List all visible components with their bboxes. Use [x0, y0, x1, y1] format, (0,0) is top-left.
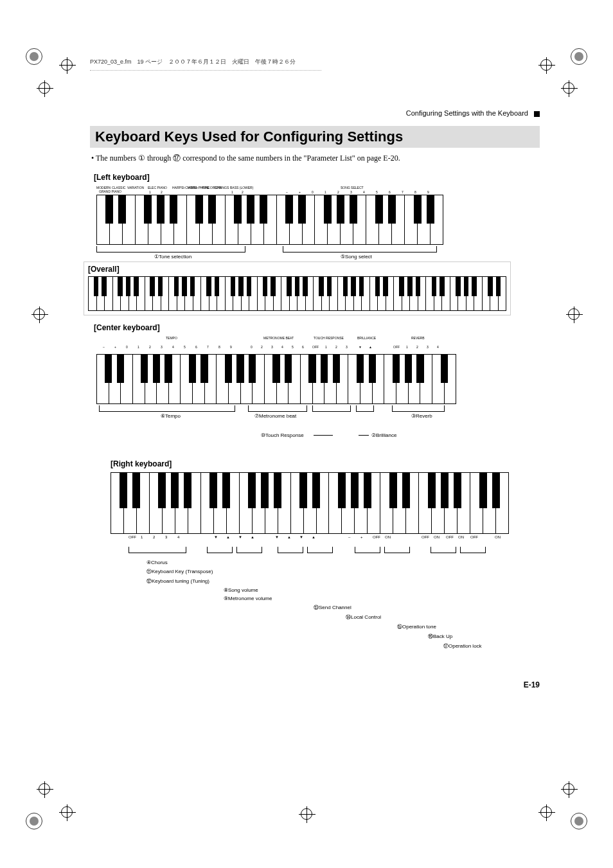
- under-label: OFF: [373, 535, 380, 539]
- lbl: 4: [281, 345, 283, 349]
- under-label: ▼: [299, 535, 303, 539]
- under-label: 3: [165, 535, 167, 539]
- under-label: ▲: [226, 535, 230, 539]
- lbl: ELEC PIANO: [148, 186, 167, 190]
- lbl: 1: [149, 190, 151, 194]
- lbl: 3: [346, 345, 348, 349]
- lbl: VARIATION: [127, 186, 144, 190]
- lbl: GRAND PIANO: [99, 190, 121, 193]
- lbl: TOUCH RESPONSE: [314, 336, 344, 340]
- center-keyboard: [96, 354, 456, 404]
- lbl: 8: [218, 345, 220, 349]
- lbl: REVERB: [411, 336, 425, 340]
- callout: ⑫Keyboard tuning (Tuning): [147, 578, 209, 584]
- lbl: 7: [402, 190, 404, 194]
- lbl: 2: [337, 190, 339, 194]
- intro-bullet: • The numbers ① through ⑰ correspond to …: [90, 153, 540, 164]
- lbl: ▲: [369, 345, 372, 349]
- lbl: +: [299, 190, 301, 194]
- section-left: [Left keyboard]: [94, 173, 540, 182]
- lbl: –: [103, 345, 105, 349]
- callout: ⑩Touch Response: [261, 432, 304, 438]
- right-keyboard: [111, 472, 509, 534]
- lbl: 2: [261, 345, 263, 349]
- callout: ④Chorus: [147, 560, 168, 565]
- lbl: +: [114, 345, 116, 349]
- lbl: 3: [161, 345, 163, 349]
- lbl: OFF: [393, 345, 400, 349]
- lbl: BRILLIANCE: [357, 336, 376, 340]
- lbl: 8: [414, 190, 416, 194]
- callout: ⑰Operation lock: [443, 643, 482, 649]
- callout: ⑧Song volume: [224, 587, 258, 593]
- lbl: 9: [230, 345, 232, 349]
- under-label: ON: [434, 535, 440, 539]
- under-label: ▲: [251, 535, 254, 539]
- fm-header: PX720_03_e.fm 19 ページ ２００７年６月１２日 火曜日 午後７時…: [90, 58, 321, 71]
- callout: ⑪Keyboard Key (Transpose): [147, 569, 213, 574]
- callout: ⑥Tempo: [161, 413, 181, 419]
- lbl: METRONOME BEAT: [263, 336, 294, 340]
- callout: ①Tone selection: [154, 254, 191, 260]
- lbl: 6: [195, 345, 197, 349]
- lbl: 2: [242, 190, 244, 194]
- under-label: +: [360, 535, 363, 539]
- under-label: ▲: [287, 535, 291, 539]
- callout: ⑮Operation tone: [397, 624, 436, 630]
- under-label: OFF: [446, 535, 454, 539]
- left-keyboard: [96, 195, 443, 245]
- under-label: OFF: [129, 535, 136, 539]
- lbl: 2: [416, 345, 418, 349]
- callout: ③Reverb: [411, 413, 432, 419]
- lbl: 5: [292, 345, 294, 349]
- lbl: –: [286, 190, 288, 194]
- under-label: OFF: [470, 535, 478, 539]
- callout: ⑦Metronome beat: [254, 413, 296, 419]
- lbl: TEMPO: [166, 336, 177, 340]
- callout: ⑤Song select: [341, 254, 372, 260]
- lbl: BASS (LOWER): [230, 186, 253, 190]
- callout: ⑭Local Control: [346, 614, 381, 620]
- lbl: 0: [251, 345, 253, 349]
- lbl: 1: [138, 345, 139, 349]
- callout: ⑨Metronome volume: [224, 596, 272, 601]
- callout: ⑬Send Channel: [314, 605, 351, 610]
- under-label: ▼: [275, 535, 279, 539]
- lbl: 0: [126, 345, 128, 349]
- under-label: –: [348, 535, 350, 539]
- lbl: ▼: [359, 345, 362, 349]
- lbl: MODERN: [96, 186, 111, 190]
- under-label: ▼: [238, 535, 242, 539]
- lbl: 3: [427, 345, 429, 349]
- under-label: ON: [458, 535, 464, 539]
- lbl: 4: [172, 345, 174, 349]
- lbl: 2: [149, 345, 151, 349]
- callout: ⑯Back Up: [428, 633, 452, 639]
- section-overall: [Overall]: [88, 265, 506, 274]
- under-label: ▲: [312, 535, 315, 539]
- lbl: 2: [335, 345, 337, 349]
- lbl: 6: [302, 345, 304, 349]
- lbl: 1: [406, 345, 408, 349]
- lbl: 9: [427, 190, 429, 194]
- overall-keyboard: [88, 276, 506, 311]
- lbl: 4: [437, 345, 439, 349]
- lbl: STRINGS: [215, 186, 229, 190]
- running-header: Configuring Settings with the Keyboard: [406, 109, 528, 117]
- page-number: E-19: [524, 680, 540, 689]
- under-label: ON: [495, 535, 501, 539]
- under-label: ▼: [214, 535, 218, 539]
- lbl: 5: [376, 190, 378, 194]
- lbl: 0: [312, 190, 314, 194]
- lbl: 5: [184, 345, 186, 349]
- lbl: 6: [389, 190, 391, 194]
- section-center: [Center keyboard]: [94, 323, 540, 332]
- under-label: ON: [385, 535, 391, 539]
- lbl: 7: [207, 345, 209, 349]
- lbl: 2: [161, 190, 163, 194]
- lbl: 1: [231, 190, 233, 194]
- under-label: 4: [177, 535, 179, 539]
- page-title: Keyboard Keys Used for Configuring Setti…: [90, 126, 540, 148]
- lbl: CLASSIC: [112, 186, 125, 190]
- lbl: 3: [350, 190, 352, 194]
